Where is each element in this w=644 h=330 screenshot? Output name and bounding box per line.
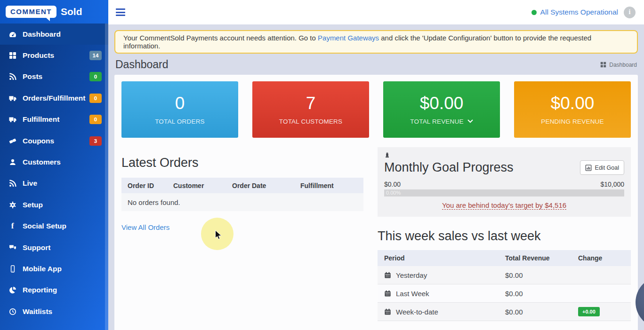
total-customers-value: 7 — [306, 94, 316, 113]
breadcrumb-grid-icon — [600, 62, 606, 68]
ticket-icon — [8, 137, 16, 145]
truck-icon — [8, 94, 16, 102]
goal-amounts: $0.00 $10,000 — [384, 181, 624, 188]
sidebar-item-posts[interactable]: Posts 0 — [0, 66, 108, 87]
column-header: Order Date — [232, 182, 300, 189]
sidebar-item-support[interactable]: Support — [0, 237, 108, 258]
logo-bubble: COMMENT — [6, 6, 56, 18]
sidebar-item-label: Customers — [23, 158, 102, 166]
sidebar-item-live[interactable]: Live — [0, 173, 108, 194]
sidebar-item-orders-fulfillment[interactable]: Orders/Fulfillment 0 — [0, 87, 108, 109]
sidebar-item-label: Waitlists — [23, 307, 102, 316]
total-revenue-label: TOTAL REVENUE — [410, 118, 473, 125]
sidebar-item-setup[interactable]: Setup — [0, 194, 108, 215]
system-status-link[interactable]: All Systems Operational — [531, 8, 618, 16]
view-all-orders-link[interactable]: View All Orders — [121, 223, 169, 231]
week-sales-header: Period Total Revenue Change — [378, 250, 631, 266]
chevron-down-icon[interactable] — [467, 119, 473, 123]
grid-icon — [8, 52, 16, 60]
total-orders-card[interactable]: 0 TOTAL ORDERS — [121, 81, 238, 138]
change-badge: +0.00 — [578, 307, 600, 316]
table-row: Last Week $0.00 — [378, 284, 631, 303]
no-orders-row: No orders found. — [121, 193, 363, 211]
sidebar-item-label: Live — [23, 179, 102, 188]
coupons-count-badge: 3 — [89, 136, 102, 146]
table-row: Week-to-date $0.00 +0.00 — [378, 303, 631, 321]
dashboard-panel: 0 TOTAL ORDERS 7 TOTAL CUSTOMERS $0.00 T… — [114, 75, 638, 330]
monthly-goal-title: Monthly Goal Progress — [384, 160, 514, 175]
sidebar-item-waitlists[interactable]: Waitlists — [0, 301, 108, 322]
gauge-icon — [8, 30, 16, 38]
stat-cards-row: 0 TOTAL ORDERS 7 TOTAL CUSTOMERS $0.00 T… — [121, 81, 631, 138]
sidebar-item-label: Products — [23, 51, 89, 60]
revenue-cell: $0.00 — [505, 271, 578, 279]
period-cell: Last Week — [396, 290, 429, 298]
period-cell: Yesterday — [396, 271, 427, 279]
status-dot-icon — [531, 10, 537, 15]
chat-icon — [8, 244, 16, 251]
sidebar-item-label: Dashboard — [23, 30, 102, 39]
page-header: Dashboard Dashboard — [115, 58, 637, 71]
calendar-icon — [384, 290, 391, 297]
calendar-icon — [384, 308, 391, 315]
column-header: Change — [578, 254, 631, 262]
truck-icon — [8, 116, 16, 124]
column-header: Period — [378, 254, 505, 262]
goal-warning: You are behind today's target by $4,516 — [384, 201, 624, 209]
bar-chart-icon — [585, 165, 592, 171]
user-icon — [8, 158, 16, 166]
edit-goal-button[interactable]: Edit Goal — [580, 160, 624, 175]
fulfillment-count-badge: 0 — [89, 115, 102, 124]
total-customers-label: TOTAL CUSTOMERS — [279, 118, 343, 125]
latest-orders-section: Latest Orders Order ID Customer Order Da… — [121, 147, 363, 321]
logo-text-comment: COMMENT — [10, 8, 52, 16]
sidebar-item-coupons[interactable]: Coupons 3 — [0, 130, 108, 151]
sidebar-item-label: Orders/Fulfillment — [23, 94, 89, 102]
total-revenue-card[interactable]: $0.00 TOTAL REVENUE — [383, 81, 500, 138]
latest-orders-title: Latest Orders — [121, 156, 363, 170]
sidebar-item-label: Fulfillment — [23, 115, 89, 124]
goal-monument-icon — [384, 152, 624, 158]
column-header: Customer — [173, 182, 232, 189]
period-cell: Week-to-date — [396, 308, 438, 316]
sidebar-item-social-setup[interactable]: f Social Setup — [0, 216, 108, 237]
alert-text: Your CommentSold Payments account needs … — [123, 34, 629, 50]
products-count-badge: 14 — [89, 51, 102, 60]
gears-icon — [8, 201, 16, 209]
breadcrumb-label: Dashboard — [609, 62, 637, 68]
sidebar-item-label: Reporting — [23, 286, 102, 294]
monthly-goal-card: Monthly Goal Progress Edit Goal $0.00 $1… — [378, 147, 631, 217]
payment-gateways-link[interactable]: Payment Gateways — [318, 34, 379, 42]
info-glyph: i — [629, 8, 631, 16]
column-header: Order ID — [121, 182, 173, 189]
goal-current-amount: $0.00 — [384, 181, 401, 188]
page-title: Dashboard — [115, 58, 169, 71]
sidebar-item-customers[interactable]: Customers — [0, 151, 108, 173]
right-column: Monthly Goal Progress Edit Goal $0.00 $1… — [378, 147, 631, 321]
facebook-icon: f — [8, 222, 16, 230]
sidebar-item-reporting[interactable]: Reporting — [0, 280, 108, 301]
clock-icon — [8, 307, 16, 315]
total-orders-label: TOTAL ORDERS — [155, 118, 205, 125]
change-cell: +0.00 — [578, 307, 631, 316]
revenue-cell: $0.00 — [505, 290, 578, 298]
total-orders-value: 0 — [175, 94, 185, 113]
sidebar-item-mobile-app[interactable]: Mobile App — [0, 258, 108, 279]
menu-toggle-icon[interactable] — [116, 8, 125, 16]
info-icon[interactable]: i — [624, 7, 636, 18]
breadcrumb[interactable]: Dashboard — [600, 62, 637, 68]
pending-revenue-card[interactable]: $0.00 PENDING REVENUE — [514, 81, 631, 138]
sidebar-item-label: Mobile App — [23, 265, 102, 273]
goal-progress-bar: 0.00% — [384, 189, 624, 196]
sidebar-item-fulfillment[interactable]: Fulfillment 0 — [0, 109, 108, 130]
sidebar-item-dashboard[interactable]: Dashboard — [0, 24, 108, 45]
sidebar: COMMENT Sold Dashboard Products 14 Posts… — [0, 0, 108, 330]
logo[interactable]: COMMENT Sold — [0, 0, 108, 24]
sidebar-item-products[interactable]: Products 14 — [0, 45, 108, 66]
column-header: Total Revenue — [505, 254, 578, 262]
week-sales-title: This week sales vs last week — [378, 229, 631, 244]
total-customers-card[interactable]: 7 TOTAL CUSTOMERS — [252, 81, 369, 138]
pending-revenue-value: $0.00 — [551, 94, 595, 113]
topbar-right: All Systems Operational i — [531, 7, 636, 18]
mobile-icon — [8, 265, 16, 273]
